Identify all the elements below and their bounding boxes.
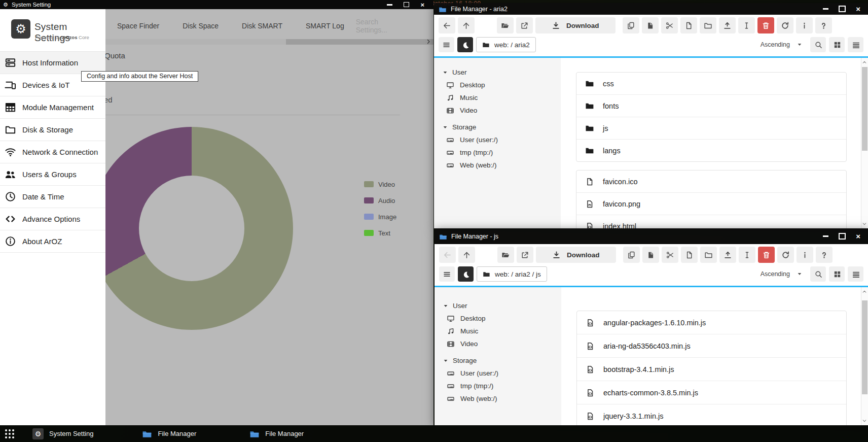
info-button[interactable]	[796, 17, 813, 33]
search-button[interactable]	[810, 266, 826, 282]
copy-button[interactable]	[623, 17, 639, 33]
minimize-icon[interactable]	[387, 4, 392, 6]
upload-button[interactable]	[719, 247, 736, 263]
new-file-button[interactable]	[681, 247, 698, 263]
sidebar-item-network-connection[interactable]: Network & Connection	[0, 141, 105, 163]
app-launcher-icon[interactable]	[5, 429, 14, 438]
new-folder-button[interactable]	[700, 17, 716, 33]
back-button[interactable]	[439, 17, 455, 33]
taskbar-item-file-manager[interactable]: File Manager	[142, 429, 196, 438]
vertical-scrollbar[interactable]	[861, 58, 868, 228]
help-button[interactable]	[816, 247, 833, 263]
scroll-down-icon[interactable]	[862, 221, 867, 226]
tree-group-storage[interactable]: Storage	[443, 121, 561, 133]
copy-button[interactable]	[623, 247, 640, 263]
tree-item-user-user-[interactable]: User (user:/)	[443, 133, 561, 146]
scrollbar-thumb[interactable]	[862, 300, 867, 394]
menu-button[interactable]	[439, 37, 454, 52]
folder-row-fonts[interactable]: fonts	[576, 95, 846, 117]
folder-row-langs[interactable]: langs	[576, 140, 846, 161]
cut-button[interactable]	[662, 247, 678, 263]
close-icon[interactable]: ×	[420, 2, 424, 8]
new-folder-button[interactable]	[700, 247, 717, 263]
legend-item-image[interactable]: Image	[364, 214, 396, 220]
taskbar-item-system-setting[interactable]: ⚙System Setting	[32, 428, 93, 439]
caret-right-icon[interactable]	[425, 39, 431, 45]
vertical-scrollbar[interactable]	[861, 287, 868, 425]
rename-button[interactable]	[739, 247, 755, 263]
sidebar-item-about-aroz[interactable]: About ArOZ	[0, 230, 105, 253]
tree-item-music[interactable]: Music	[443, 91, 561, 104]
tree-item-user-user-[interactable]: User (user:/)	[443, 367, 561, 380]
tree-item-web-web-[interactable]: Web (web:/)	[443, 392, 561, 405]
file-row-index-html[interactable]: index.html	[576, 215, 846, 228]
grid-view-button[interactable]	[829, 37, 845, 52]
tab-smart-log[interactable]: SMART Log	[294, 22, 356, 30]
sidebar-item-module-management[interactable]: Module Management	[0, 96, 105, 119]
search-button[interactable]	[810, 37, 826, 52]
tree-item-video[interactable]: Video	[443, 104, 561, 117]
grid-view-button[interactable]	[829, 266, 845, 282]
sort-order-dropdown[interactable]: Ascending	[761, 270, 802, 278]
search-settings-input[interactable]: Search Settings...	[356, 18, 401, 34]
list-view-button[interactable]	[848, 266, 863, 282]
dark-mode-button[interactable]	[458, 266, 474, 282]
tree-group-user[interactable]: User	[443, 299, 561, 312]
open-button[interactable]	[497, 17, 514, 33]
file-row-bootstrap-3-4-1-min-js[interactable]: bootstrap-3.4.1.min.js	[577, 358, 846, 381]
rename-button[interactable]	[738, 17, 755, 33]
maximize-icon[interactable]	[839, 233, 846, 240]
file-row-echarts-common-3-8-5-min-js[interactable]: echarts-common-3.8.5.min.js	[577, 381, 846, 404]
file-row-aria-ng-da5356c403-min-js[interactable]: aria-ng-da5356c403.min.js	[577, 334, 846, 358]
file-row-favicon-png[interactable]: favicon.png	[576, 193, 846, 215]
refresh-button[interactable]	[777, 247, 794, 263]
window-titlebar[interactable]: File Manager - js×	[435, 228, 868, 244]
tab-disk-space[interactable]: Disk Space	[171, 22, 230, 30]
window-titlebar[interactable]: File Manager - aria2×	[434, 3, 868, 15]
menu-button[interactable]	[439, 266, 455, 282]
list-view-button[interactable]	[848, 37, 863, 52]
close-icon[interactable]: ×	[856, 232, 860, 240]
tree-group-user[interactable]: User	[443, 66, 561, 79]
sort-order-dropdown[interactable]: Ascending	[761, 41, 802, 48]
tree-group-storage[interactable]: Storage	[443, 354, 561, 367]
sidebar-item-users-groups[interactable]: Users & Groups	[0, 163, 105, 186]
external-link-button[interactable]	[516, 17, 533, 33]
paste-button[interactable]	[642, 17, 659, 33]
sidebar-item-date-time[interactable]: Date & Time	[0, 186, 105, 208]
refresh-button[interactable]	[777, 17, 793, 33]
back-button[interactable]	[439, 247, 456, 263]
scroll-up-icon[interactable]	[862, 60, 867, 65]
tree-item-video[interactable]: Video	[443, 337, 561, 350]
info-button[interactable]	[797, 247, 813, 263]
scroll-up-icon[interactable]	[862, 289, 867, 294]
folder-row-js[interactable]: js	[576, 117, 846, 140]
paste-button[interactable]	[642, 247, 659, 263]
sidebar-item-advance-options[interactable]: Advance Options	[0, 208, 105, 230]
delete-button[interactable]	[758, 247, 775, 263]
minimize-icon[interactable]	[823, 8, 828, 10]
delete-button[interactable]	[757, 17, 774, 33]
open-button[interactable]	[497, 247, 514, 263]
up-button[interactable]	[458, 247, 475, 263]
cut-button[interactable]	[661, 17, 678, 33]
breadcrumb[interactable]: web: / aria2 / js	[477, 266, 547, 282]
file-row-favicon-ico[interactable]: favicon.ico	[576, 171, 846, 193]
scroll-down-icon[interactable]	[862, 418, 867, 423]
tab-disk-smart[interactable]: Disk SMART	[230, 22, 294, 30]
tab-space-finder[interactable]: Space Finder	[105, 22, 171, 30]
system-settings-titlebar[interactable]: ⚙ System Setting ×	[0, 0, 433, 9]
scrollbar-thumb[interactable]	[105, 39, 286, 45]
tree-item-music[interactable]: Music	[443, 325, 561, 337]
legend-item-video[interactable]: Video	[364, 181, 396, 187]
new-file-button[interactable]	[680, 17, 697, 33]
tree-item-desktop[interactable]: Desktop	[443, 312, 561, 325]
restore-icon[interactable]	[404, 2, 409, 7]
up-button[interactable]	[458, 17, 475, 33]
download-button[interactable]: Download	[535, 17, 616, 33]
external-link-button[interactable]	[517, 247, 533, 263]
close-icon[interactable]: ×	[856, 5, 860, 13]
scrollbar-thumb[interactable]	[862, 67, 867, 151]
sidebar-item-disk-storage[interactable]: Disk & Storage	[0, 119, 105, 141]
maximize-icon[interactable]	[839, 6, 846, 12]
